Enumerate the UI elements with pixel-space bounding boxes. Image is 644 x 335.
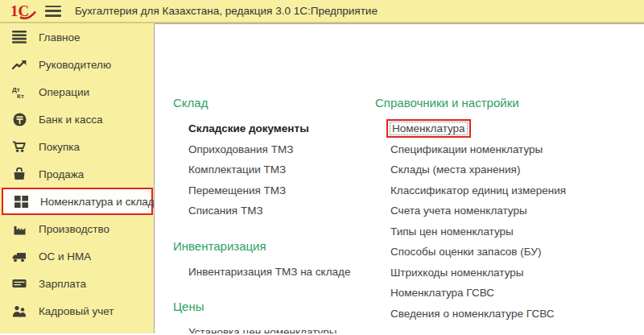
menu-link[interactable]: Оприходования ТМЗ (188, 139, 350, 160)
menu-link[interactable]: Складские документы (188, 118, 350, 139)
trend-up-icon (11, 57, 27, 72)
reference-column: Справочники и настройкиНоменклатураСпеци… (375, 96, 566, 324)
menu-link[interactable]: Перемещения ТМЗ (188, 180, 350, 201)
menu-link[interactable]: Номенклатура (390, 118, 566, 139)
menu-lines-icon (11, 30, 27, 44)
menu-link[interactable]: Инвентаризация ТМЗ на складе (188, 262, 350, 283)
bag-icon (11, 167, 27, 181)
sidebar-item-label: ОС и НМА (39, 250, 91, 263)
group-items: НоменклатураСпецификации номенклатурыСкл… (390, 118, 566, 324)
sidebar-item-label: Зарплата (39, 278, 86, 290)
sidebar-item-bank-cash[interactable]: Банк и касса (0, 105, 154, 133)
debit-credit-icon: ДтКт (11, 85, 27, 99)
sidebar-item-salary[interactable]: Зарплата (0, 270, 154, 297)
warehouse-column: СкладСкладские документыОприходования ТМ… (173, 96, 350, 333)
menu-link[interactable]: Номенклатура ГСВС (390, 283, 566, 304)
sidebar-item-sales[interactable]: Продажа (0, 160, 154, 188)
sidebar-item-purchase[interactable]: Покупка (0, 133, 154, 160)
sidebar-item-inventory-warehouse[interactable]: Номенклатура и склад (2, 188, 153, 215)
sidebar-item-label: Производство (39, 223, 109, 235)
menu-link[interactable]: Списания ТМЗ (188, 201, 350, 221)
menu-link[interactable]: Счета учета номенклатуры (390, 201, 566, 221)
menu-link[interactable]: Сведения о номенклатуре ГСВС (390, 304, 566, 325)
sidebar-item-production[interactable]: Производство (0, 215, 154, 242)
sidebar-item-label: Руководителю (39, 59, 111, 71)
sidebar-item-label: Кадровый учет (39, 305, 114, 317)
sidebar-item-hr[interactable]: Кадровый учет (0, 297, 154, 325)
sidebar-item-label: Продажа (39, 168, 84, 180)
sidebar: ГлавноеРуководителюДтКтОперацииБанк и ка… (0, 23, 154, 333)
group-header: Справочники и настройки (375, 96, 566, 112)
sidebar-item-label: Главное (39, 31, 80, 43)
menu-link[interactable]: Комплектации ТМЗ (188, 159, 350, 180)
group-header: Инвентаризация (173, 239, 350, 255)
main-menu-icon[interactable] (45, 6, 61, 17)
main-area: ГлавноеРуководителюДтКтОперацииБанк и ка… (0, 23, 644, 333)
menu-link[interactable]: Установка цен номенклатуры (188, 322, 350, 333)
sidebar-item-label: Банк и касса (39, 114, 103, 126)
cart-icon (11, 139, 27, 154)
window-title: Бухгалтерия для Казахстана, редакция 3.0… (75, 5, 378, 17)
group-items: Инвентаризация ТМЗ на складе (188, 262, 350, 283)
sidebar-item-operations[interactable]: ДтКтОперации (0, 78, 154, 105)
sidebar-item-manager[interactable]: Руководителю (0, 51, 154, 78)
sidebar-item-label: Покупка (39, 141, 80, 153)
tenge-coin-icon (11, 112, 27, 126)
grid-icon (13, 194, 29, 209)
menu-link[interactable]: Штрихкоды номенклатуры (390, 263, 566, 283)
sidebar-item-label: Операции (39, 86, 89, 98)
factory-icon (11, 221, 27, 236)
svg-text:Кт: Кт (17, 93, 24, 99)
menu-link[interactable]: Спецификации номенклатуры (390, 139, 566, 160)
highlight-frame: Номенклатура (386, 119, 471, 138)
money-card-icon (11, 276, 27, 291)
menu-link[interactable]: Способы оценки запасов (БУ) (390, 242, 566, 263)
content-panel: СкладСкладские документыОприходования ТМ… (154, 23, 644, 333)
sidebar-item-label: Номенклатура и склад (40, 196, 155, 208)
topbar: 1С Бухгалтерия для Казахстана, редакция … (0, 0, 644, 23)
group-header: Цены (173, 300, 350, 316)
sidebar-item-fixed-assets[interactable]: ОС и НМА (0, 242, 154, 270)
people-icon (11, 304, 27, 318)
group-header: Склад (173, 96, 350, 112)
menu-link[interactable]: Склады (места хранения) (390, 159, 566, 180)
group-items: Установка цен номенклатуры (188, 322, 350, 333)
truck-icon (11, 249, 27, 263)
1c-logo-icon: 1С (10, 2, 37, 21)
group-items: Складские документыОприходования ТМЗКомп… (188, 118, 350, 221)
menu-link[interactable]: Классификатор единиц измерения (390, 180, 566, 201)
app-window: 1С Бухгалтерия для Казахстана, редакция … (0, 0, 644, 333)
menu-link[interactable]: Типы цен номенклатуры (390, 221, 566, 242)
sidebar-item-main[interactable]: Главное (0, 23, 154, 51)
svg-text:1С: 1С (10, 2, 29, 19)
